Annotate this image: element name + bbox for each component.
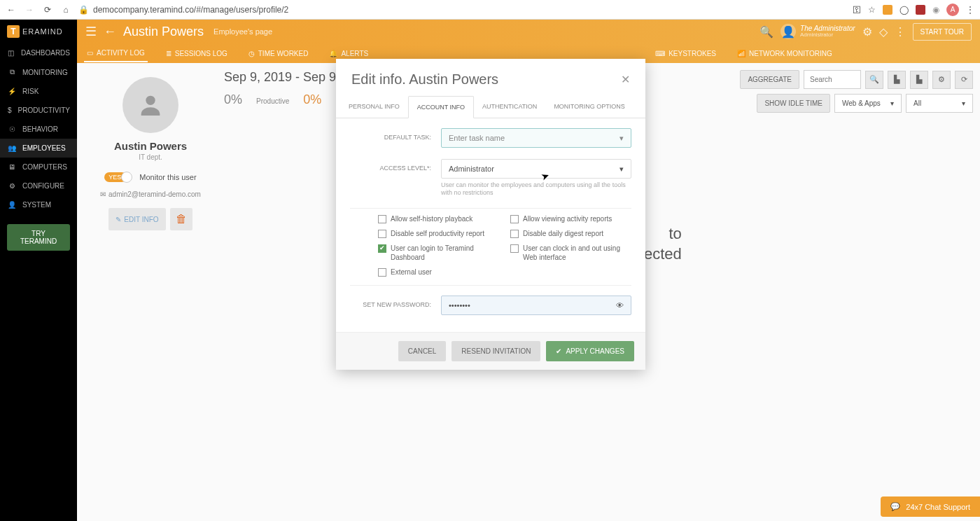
access-level-label: ACCESS LEVEL*: (350, 159, 441, 172)
sidebar-item-configure[interactable]: ⚙CONFIGURE (0, 176, 77, 195)
sidebar-item-employees[interactable]: 👥EMPLOYEES (0, 139, 77, 158)
sidebar-item-computers[interactable]: 🖥COMPUTERS (0, 158, 77, 176)
sidebar-item-behavior[interactable]: ☉BEHAVIOR (0, 120, 77, 139)
tab-icon: ⌨ (655, 50, 665, 57)
tab-network-monitoring[interactable]: 📶NETWORK MONITORING (734, 46, 835, 62)
check-disable-digest[interactable]: Disable daily digest report (510, 229, 631, 238)
ext-icon-2[interactable]: ◯ (899, 5, 909, 15)
hamburger-icon[interactable]: ☰ (85, 24, 97, 39)
browser-avatar[interactable]: A (946, 4, 959, 16)
reload-icon[interactable]: ⟳ (42, 4, 53, 15)
tab-keystrokes[interactable]: ⌨KEYSTROKES (652, 46, 719, 62)
home-icon[interactable]: ⌂ (60, 4, 71, 15)
profile-avatar (122, 77, 178, 133)
browser-menu-icon[interactable]: ⋮ (966, 5, 974, 15)
star-icon[interactable]: ☆ (868, 5, 876, 15)
sidebar-item-risk[interactable]: ⚡RISK (0, 82, 77, 101)
tools-row-1: AGGREGATE 🔍 ▙ ▙ ⚙ ⟳ (740, 70, 973, 89)
sidebar: T ERAMIND ◫DASHBOARDS ⧉MONITORING ⚡RISK … (0, 20, 77, 521)
tab-sessions-log[interactable]: ≣SESSIONS LOG (163, 46, 230, 62)
more-icon[interactable]: ⋮ (895, 25, 906, 39)
page-back-icon[interactable]: ← (104, 25, 116, 39)
search-icon[interactable]: 🔍 (760, 25, 774, 39)
dashboard-icon: ◫ (7, 49, 15, 57)
ext-icon-3[interactable] (916, 5, 925, 15)
export-icon-1[interactable]: ▙ (888, 71, 906, 89)
check-external-user[interactable]: External user (378, 268, 499, 277)
eye-icon[interactable]: 👁 (616, 301, 624, 310)
try-teramind-button[interactable]: TRY TERAMIND (7, 224, 70, 251)
sidebar-label: SYSTEM (22, 201, 51, 209)
password-value: •••••••• (449, 301, 470, 310)
modal-close-button[interactable]: ✕ (621, 73, 630, 86)
gear-icon[interactable]: ⚙ (862, 25, 872, 39)
sidebar-label: COMPUTERS (22, 163, 67, 171)
ext-icon-1[interactable] (883, 5, 892, 15)
page-title: Austin Powers (123, 25, 204, 39)
configure-icon: ⚙ (7, 182, 17, 190)
monitor-toggle[interactable]: YES (104, 172, 127, 182)
tab-label: KEYSTROKES (668, 50, 716, 57)
modal-tab-auth[interactable]: AUTHENTICATION (474, 96, 545, 118)
tab-time-worked[interactable]: ◷TIME WORKED (246, 46, 312, 62)
chat-icon: 💬 (890, 502, 900, 511)
password-input[interactable]: •••••••• 👁 (441, 296, 631, 315)
profile-dept: IT dept. (91, 153, 210, 161)
employees-icon: 👥 (7, 144, 17, 152)
key-icon[interactable]: ⚿ (853, 5, 861, 15)
url-bar[interactable]: 🔒 democompany.teramind.co/#/manage/users… (78, 5, 846, 15)
sidebar-item-dashboards[interactable]: ◫DASHBOARDS (0, 43, 77, 62)
tab-label: NETWORK MONITORING (749, 50, 832, 57)
browser-toolbar: ← → ⟳ ⌂ 🔒 democompany.teramind.co/#/mana… (0, 0, 980, 20)
password-label: SET NEW PASSWORD: (350, 296, 441, 308)
start-tour-button[interactable]: START TOUR (913, 23, 972, 41)
check-clock-web[interactable]: User can clock in and out using Web inte… (510, 244, 631, 262)
edit-info-button[interactable]: ✎EDIT INFO (108, 208, 165, 230)
check-activity-reports[interactable]: Allow viewing activity reports (510, 214, 631, 223)
sidebar-item-monitoring[interactable]: ⧉MONITORING (0, 62, 77, 82)
sidebar-label: PRODUCTIVITY (18, 106, 70, 114)
modal-tab-personal[interactable]: PERSONAL INFO (340, 96, 408, 118)
check-self-history[interactable]: Allow self-history playback (378, 214, 499, 223)
search-button[interactable]: 🔍 (865, 71, 883, 89)
delete-button[interactable]: 🗑 (170, 208, 192, 230)
chevron-down-icon: ▾ (620, 134, 624, 143)
aggregate-button[interactable]: AGGREGATE (740, 70, 799, 89)
export-icon-2[interactable]: ▙ (910, 71, 928, 89)
resend-invitation-button[interactable]: RESEND INVITATION (451, 341, 540, 361)
chat-support-button[interactable]: 💬 24x7 Chat Support (881, 496, 980, 517)
logo[interactable]: T ERAMIND (0, 20, 77, 43)
settings-icon[interactable]: ⚙ (932, 71, 951, 89)
sidebar-item-system[interactable]: 👤SYSTEM (0, 195, 77, 214)
refresh-icon[interactable]: ⟳ (955, 71, 973, 89)
forward-icon[interactable]: → (24, 4, 35, 15)
access-level-select[interactable]: Administrator ▾ (441, 159, 631, 179)
apply-label: APPLY CHANGES (566, 347, 624, 355)
user-chip[interactable]: 👤 The Administrator Administrator (780, 24, 855, 39)
user-role: Administrator (800, 32, 855, 38)
ext-icon-4[interactable]: ◉ (932, 5, 939, 15)
cancel-button[interactable]: CANCEL (398, 341, 447, 361)
mail-icon: ✉ (100, 190, 106, 198)
check-disable-productivity[interactable]: Disable self productivity report (378, 229, 499, 238)
search-input[interactable] (804, 70, 861, 89)
modal-tab-monitoring[interactable]: MONITORING OPTIONS (545, 96, 633, 118)
logo-text: ERAMIND (22, 27, 63, 36)
check-label: Disable daily digest report (523, 229, 603, 238)
pencil-icon: ✎ (115, 216, 121, 223)
web-apps-dropdown[interactable]: Web & Apps▾ (834, 94, 902, 113)
sidebar-item-productivity[interactable]: $PRODUCTIVITY (0, 101, 77, 120)
modal-tab-account[interactable]: ACCOUNT INFO (408, 96, 474, 118)
back-icon[interactable]: ← (6, 4, 17, 15)
computers-icon: 🖥 (7, 163, 17, 171)
filter-all-dropdown[interactable]: All▾ (906, 94, 973, 113)
show-idle-button[interactable]: SHOW IDLE TIME (757, 94, 830, 113)
tab-activity-log[interactable]: ▭ACTIVITY LOG (84, 45, 148, 62)
diamond-icon[interactable]: ◇ (879, 25, 888, 39)
tab-label: SESSIONS LOG (175, 50, 227, 57)
check-login-dashboard[interactable]: ✔User can login to Teramind Dashboard (378, 244, 499, 262)
default-task-select[interactable]: Enter task name ▾ (441, 128, 631, 148)
tab-icon: ≣ (166, 50, 172, 57)
url-text: democompany.teramind.co/#/manage/users/p… (93, 5, 288, 15)
apply-changes-button[interactable]: ✔APPLY CHANGES (546, 341, 634, 361)
